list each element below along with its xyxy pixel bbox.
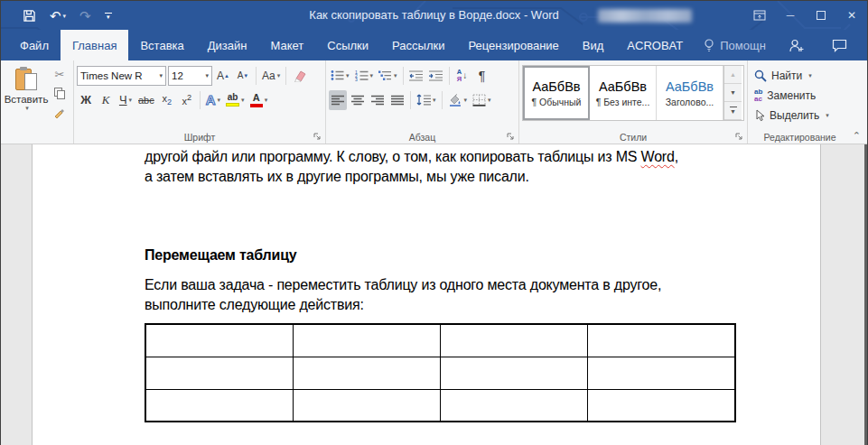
bullets-icon [331, 70, 344, 81]
tell-me-box[interactable]: Помощн [695, 30, 775, 60]
change-case-button[interactable]: Aa▾ [260, 66, 282, 86]
style-normal[interactable]: АаБбВв ¶ Обычный [523, 66, 590, 120]
multilevel-list-button[interactable]: ▾ [377, 66, 399, 86]
style-heading1[interactable]: АаБбВв Заголово... [657, 66, 723, 120]
justify-icon [391, 95, 405, 106]
multilevel-list-icon [378, 70, 392, 81]
tab-mailings[interactable]: Рассылки [380, 30, 456, 60]
table-cell[interactable] [145, 357, 293, 389]
justify-button[interactable] [388, 90, 406, 110]
table-cell[interactable] [588, 357, 735, 389]
text-effects-button[interactable]: А▾ [204, 90, 222, 110]
undo-button[interactable]: ↶ ▾ [50, 9, 66, 23]
customize-qat-button[interactable]: ▾ [105, 13, 112, 19]
table-cell[interactable] [441, 324, 588, 357]
table-cell[interactable] [441, 389, 588, 422]
find-button[interactable]: Найти ▾ [754, 67, 829, 85]
table-row [145, 389, 735, 422]
paragraph-2[interactable]: Если ваша задача - переместить таблицу и… [145, 275, 779, 314]
cut-button[interactable]: ✂ [49, 65, 70, 83]
replace-button[interactable]: abac Заменить [754, 87, 829, 105]
table-cell[interactable] [441, 357, 588, 389]
style-label: Заголово... [666, 97, 714, 107]
font-size-combobox[interactable]: 12 ▾ [168, 66, 212, 86]
align-right-icon [371, 95, 385, 106]
highlight-color-button[interactable]: ab ▾ [224, 90, 247, 110]
italic-button[interactable]: К [97, 90, 115, 110]
show-paragraph-marks-button[interactable]: ¶ [473, 66, 491, 86]
shrink-font-button[interactable]: А▼ [234, 66, 252, 86]
styles-more-button[interactable]: ▼ [724, 102, 742, 120]
font-dialog-launcher[interactable] [313, 132, 322, 142]
tab-design[interactable]: Дизайн [196, 30, 259, 60]
clear-formatting-button[interactable] [290, 66, 308, 86]
table-cell[interactable] [145, 389, 293, 422]
comments-icon[interactable] [832, 39, 847, 52]
document-page[interactable]: другой файл или программу. К слову, о то… [32, 144, 821, 445]
grow-font-button[interactable]: А▲ [214, 66, 232, 86]
strikethrough-button[interactable]: abc [136, 90, 156, 110]
superscript-button[interactable]: x2 [178, 90, 196, 110]
select-button[interactable]: Выделить ▾ [754, 107, 829, 125]
font-name-combobox[interactable]: Times New R ▾ [77, 66, 166, 86]
up-arrow-icon: ▲ [730, 71, 736, 78]
collapse-ribbon-button[interactable]: ⌃ [853, 130, 861, 142]
table-cell[interactable] [293, 324, 440, 357]
redo-button[interactable]: ↷ [79, 9, 91, 23]
close-icon: ✕ [847, 9, 856, 22]
paragraph-group-label: Абзац [326, 132, 518, 143]
align-center-button[interactable] [349, 90, 367, 110]
styles-dialog-launcher[interactable] [734, 132, 744, 142]
styles-scroll-down-button[interactable]: ▼ [724, 84, 742, 102]
dropdown-arrow-icon: ▾ [433, 97, 436, 104]
table-cell[interactable] [588, 389, 735, 422]
bold-button[interactable]: Ж [77, 90, 95, 110]
copy-button[interactable] [49, 84, 70, 102]
maximize-button[interactable] [806, 1, 836, 30]
tab-file[interactable]: Файл [8, 30, 61, 60]
font-color-button[interactable]: А ▾ [248, 90, 270, 110]
tab-acrobat[interactable]: ACROBAT [615, 30, 695, 60]
ribbon-display-options-button[interactable] [744, 1, 775, 30]
style-no-spacing[interactable]: АаБбВв ¶ Без инте... [590, 66, 657, 120]
paragraph-1[interactable]: другой файл или программу. К слову, о то… [145, 147, 779, 186]
misspelled-word[interactable]: Word [641, 149, 675, 164]
paragraph-text: Если ваша задача - переместить таблицу и… [145, 277, 661, 292]
styles-scroll-up-button[interactable]: ▲ [724, 66, 742, 84]
undo-icon: ↶ [50, 9, 61, 23]
paragraph-dialog-launcher[interactable] [506, 132, 516, 142]
tab-home[interactable]: Главная [61, 30, 128, 60]
underline-button[interactable]: Ч▾ [117, 90, 135, 110]
borders-button[interactable]: ▾ [471, 90, 493, 110]
paste-button[interactable]: Вставить ▾ [4, 63, 49, 129]
close-button[interactable]: ✕ [836, 1, 867, 30]
save-button[interactable] [23, 9, 36, 23]
line-spacing-button[interactable]: ▾ [415, 90, 438, 110]
dropdown-arrow-icon: ▾ [63, 13, 67, 19]
table-cell[interactable] [293, 389, 440, 422]
numbering-button[interactable]: 123 ▾ [353, 66, 376, 86]
shading-button[interactable]: ▾ [446, 90, 470, 110]
subscript-button[interactable]: x2 [158, 90, 176, 110]
table-cell[interactable] [293, 357, 440, 389]
sort-button[interactable]: АЯ ↓ [453, 66, 471, 86]
line-spacing-icon [416, 94, 431, 106]
increase-indent-button[interactable] [427, 66, 445, 86]
align-right-button[interactable] [369, 90, 387, 110]
tab-view[interactable]: Вид [571, 30, 616, 60]
minimize-button[interactable]: ─ [775, 1, 806, 30]
format-painter-button[interactable] [49, 103, 70, 121]
table-cell[interactable] [588, 324, 735, 357]
document-heading[interactable]: Перемещаем таблицу [145, 247, 779, 264]
bullets-button[interactable]: ▾ [329, 66, 351, 86]
tab-review[interactable]: Рецензирование [456, 30, 570, 60]
tab-references[interactable]: Ссылки [315, 30, 380, 60]
tab-insert[interactable]: Вставка [128, 30, 195, 60]
tab-layout[interactable]: Макет [258, 30, 315, 60]
styles-scrollbar: ▲ ▼ ▼ [723, 66, 742, 120]
decrease-indent-button[interactable] [407, 66, 425, 86]
share-person-icon[interactable] [789, 39, 805, 52]
table-cell[interactable] [145, 324, 293, 357]
align-left-button[interactable] [329, 90, 347, 110]
styles-group: АаБбВв ¶ Обычный АаБбВв ¶ Без инте... Аа… [519, 60, 748, 144]
